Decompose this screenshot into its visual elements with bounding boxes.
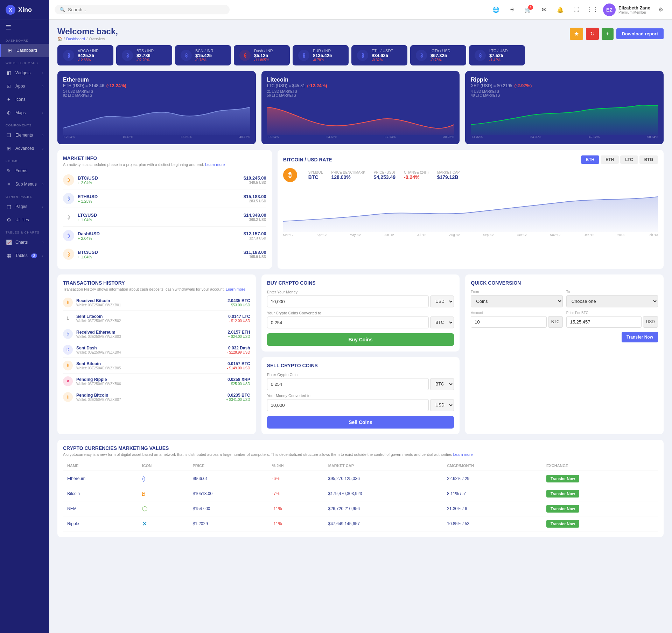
sun-icon[interactable]: ☀ — [506, 4, 518, 15]
sell-coins-button[interactable]: Sell Coins — [267, 416, 454, 429]
add-button[interactable]: + — [602, 28, 613, 40]
sidebar-item-utilities[interactable]: ⚙ Utilities — [0, 213, 49, 227]
star-button[interactable]: ★ — [570, 28, 583, 40]
menu-dots-icon[interactable]: ⋮⋮ — [587, 4, 598, 15]
buy-coins-button[interactable]: Buy Coins — [267, 333, 454, 346]
sidebar-item-widgets[interactable]: ◧ Widgets › — [0, 66, 49, 79]
download-report-button[interactable]: Download report — [616, 28, 664, 39]
ticker-item[interactable]: ₿ LTC / USD $7.525 -1.42% — [469, 45, 525, 65]
ticker-price: $5.125 — [254, 53, 273, 58]
transactions-learn-more[interactable]: Learn more — [226, 287, 245, 291]
sidebar-item-pages[interactable]: ◫ Pages › — [0, 200, 49, 213]
sidebar-item-forms[interactable]: ✎ Forms — [0, 164, 49, 178]
money-currency-select[interactable]: USDBTCETH — [430, 295, 454, 307]
tx-amount: 0.0147 LTC - $12.00 USD — [228, 314, 250, 323]
market-icon: ₿ — [63, 249, 74, 260]
sidebar-icon-utilities: ⚙ — [6, 217, 12, 223]
refresh-button[interactable]: ↻ — [586, 28, 599, 40]
tx-name: Received Bitcoin — [76, 298, 227, 303]
ticker-price: $34.625 — [372, 53, 393, 58]
logo-icon: X — [6, 5, 15, 15]
sidebar-item-tables[interactable]: ▦ Tables 3 › — [0, 249, 49, 262]
crypto-table-section: CRYPTO CURRENCIES MARKETING VALUES A cry… — [57, 440, 664, 537]
ticker-pair: ETH / USDT — [372, 49, 393, 53]
converted-input[interactable] — [267, 316, 429, 328]
price-input[interactable] — [566, 316, 642, 328]
sidebar-item-label-elements: Elements — [15, 133, 33, 138]
ticker-item[interactable]: ₿ BCN / INR $15.425 -0.78% — [175, 45, 231, 65]
user-info[interactable]: EZ Elizabeth Zane Premium Member — [603, 4, 650, 16]
sell-converted-currency-select[interactable]: USDBTC — [430, 399, 454, 411]
hamburger-button[interactable]: ☰ — [0, 20, 49, 35]
ticker-item[interactable]: ₿ Dash / INR $5.125 -11.865% — [234, 45, 290, 65]
converted-currency-select[interactable]: BTCETHUSD — [430, 316, 454, 328]
tab-bth[interactable]: BTH — [581, 155, 600, 164]
ticker-pair: BTS / INR — [136, 49, 154, 53]
sidebar-item-submenus[interactable]: ≡ Sub Menus › — [0, 178, 49, 191]
transfer-now-button[interactable]: Transfer Now — [546, 505, 579, 513]
market-info-learn-more[interactable]: Learn more — [205, 162, 225, 167]
mail-icon[interactable]: ✉ — [539, 4, 550, 15]
settings-icon[interactable]: ⚙ — [655, 4, 666, 15]
sell-coin-input[interactable] — [267, 378, 429, 390]
crypto-table-learn-more[interactable]: Learn more — [453, 452, 472, 457]
transfer-now-button[interactable]: Transfer Now — [546, 490, 579, 498]
tx-wallet: Wallet: 03E250AEYWZXB05 — [76, 366, 227, 370]
amount-input[interactable] — [471, 316, 546, 328]
crypto-table: NAME ICON PRICE % 24H MARKET CAP CMGR/MO… — [63, 461, 658, 531]
sidebar-item-label-forms: Forms — [15, 168, 27, 173]
from-select[interactable]: CoinsUSD — [471, 295, 562, 307]
money-input[interactable] — [267, 295, 429, 307]
ticker-item[interactable]: ₿ EUR / INR $135.425 -0.78% — [293, 45, 349, 65]
tab-btg[interactable]: BTG — [639, 155, 658, 164]
xrp-change: (-2.97%) — [514, 83, 532, 88]
transfer-now-button[interactable]: Transfer Now — [546, 475, 579, 482]
globe-icon[interactable]: 🌐 — [490, 4, 502, 15]
sell-converted-input[interactable] — [267, 399, 429, 411]
market-volume: 283.5 USD — [244, 199, 266, 203]
ticker-item[interactable]: ₿ IOTA / USD $67.325 -0.78% — [410, 45, 466, 65]
sidebar-item-icons[interactable]: ✦ Icons — [0, 93, 49, 106]
tab-eth[interactable]: ETH — [601, 155, 619, 164]
sidebar-item-apps[interactable]: ⊡ Apps › — [0, 79, 49, 93]
expand-icon[interactable]: ⛶ — [571, 4, 582, 15]
price-label: PRICE (USD) — [374, 171, 396, 174]
sell-coin-currency-select[interactable]: BTCETHUSD — [430, 378, 454, 390]
market-volume: 165.9 USD — [244, 255, 266, 259]
sidebar-item-elements[interactable]: ❑ Elements › — [0, 128, 49, 142]
ticker-item[interactable]: ₿ ETH / USDT $34.625 -0.32% — [351, 45, 407, 65]
tx-wallet: Wallet: 03E250AEYWZXB01 — [76, 303, 227, 307]
to-select[interactable]: Choose oneBTCETH — [566, 295, 658, 307]
market-rows: ₿ BTC/USD + 2.04% $10,245.00 340.5 USD ₿… — [63, 171, 266, 263]
search-bar[interactable]: 🔍 — [55, 5, 230, 14]
breadcrumb-dashboard[interactable]: Dashboard — [66, 37, 85, 41]
tx-info: Received Bitcoin Wallet: 03E250AEYWZXB01 — [76, 298, 227, 307]
search-icon: 🔍 — [59, 7, 65, 12]
tx-usd: + $53.00 USD — [227, 303, 250, 307]
ticker-info: BTS / INR $2.786 -02.20% — [136, 49, 154, 62]
cart-icon[interactable]: 🛒 1 — [523, 4, 534, 15]
ticker-item[interactable]: ₿ BTS / INR $2.786 -02.20% — [116, 45, 172, 65]
tab-ltc[interactable]: LTC — [620, 155, 638, 164]
bell-icon[interactable]: 🔔 — [555, 4, 566, 15]
btc-symbol-stat: SYMBOL BTC — [308, 171, 323, 180]
cell-exchange: Transfer Now — [542, 486, 658, 501]
ticker-info: ARCO / INR $425.25 -12.85% — [78, 49, 99, 62]
market-row: ₿ BTC/USD + 1.04% $11,183.00 165.9 USD — [63, 245, 266, 263]
ltc-meta: 21 USD MARKETS56 LTC MARKETS — [267, 90, 454, 97]
sidebar-item-dashboard[interactable]: ⊞ Dashboard — [0, 44, 49, 57]
tx-crypto: 0.0147 LTC — [228, 314, 250, 319]
ticker-price: $135.425 — [313, 53, 332, 58]
mcap-label: MARKET CAP — [437, 171, 460, 174]
sidebar-item-advanced[interactable]: ⊞ Advanced › — [0, 142, 49, 155]
sidebar-item-maps[interactable]: ⊕ Maps › — [0, 106, 49, 119]
sidebar-section-label: FORMS — [0, 155, 49, 164]
transfer-now-button[interactable]: Transfer Now — [622, 332, 658, 342]
transfer-now-button[interactable]: Transfer Now — [546, 520, 579, 528]
ticker-item[interactable]: ₿ ARCO / INR $425.25 -12.85% — [57, 45, 113, 65]
sidebar-item-charts[interactable]: 📈 Charts › — [0, 236, 49, 249]
tx-wallet: Wallet: 03E250AEYWZXB06 — [76, 382, 227, 386]
topbar: 🔍 🌐 ☀ 🛒 1 ✉ 🔔 ⛶ ⋮⋮ EZ Elizabeth Zane Pre… — [49, 0, 672, 20]
benchmark-value: 128.00% — [331, 174, 365, 180]
search-input[interactable] — [68, 7, 225, 12]
